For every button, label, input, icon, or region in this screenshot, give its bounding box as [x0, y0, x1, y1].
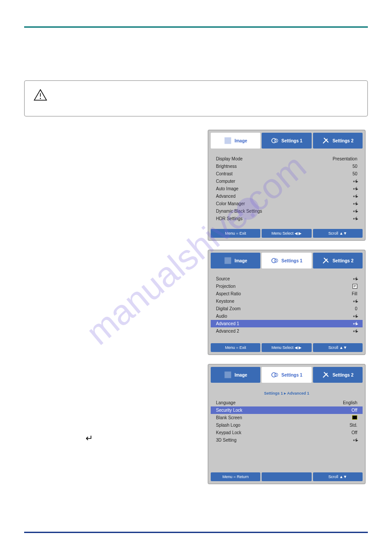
menu-row: Digital Zoom0	[211, 305, 363, 312]
tab-settings1[interactable]: Settings 1	[262, 367, 311, 383]
blank-screen-swatch	[352, 415, 357, 420]
footer-hint-empty	[262, 472, 311, 481]
footer-hint-exit: Menu = Exit	[211, 343, 260, 352]
tab-label: Settings 1	[281, 373, 302, 377]
tab-image[interactable]: Image	[211, 253, 260, 268]
footer-hint-exit: Menu = Exit	[211, 229, 260, 238]
menu-row: Advanced 2↵/▸	[211, 327, 363, 335]
tab-label: Image	[234, 258, 247, 263]
tab-label: Image	[234, 138, 247, 143]
svg-rect-8	[225, 372, 231, 378]
warning-box	[24, 80, 368, 116]
footer-hint-scroll: Scroll ▲▼	[313, 229, 363, 238]
osd-menu-body: Display ModePresentation Brightness50 Co…	[211, 151, 363, 227]
menu-row: Display ModePresentation	[211, 155, 363, 163]
tab-settings2[interactable]: Settings 2	[313, 253, 363, 268]
image-icon	[224, 137, 232, 145]
tab-label: Settings 1	[281, 258, 302, 263]
menu-row: 3D Setting↵/▸	[211, 436, 363, 444]
menu-row: Splash LogoStd.	[211, 421, 363, 429]
warning-icon	[33, 89, 47, 103]
osd-menu-body: Source↵/▸ ProjectionP Aspect RatioFill K…	[211, 271, 363, 341]
tab-image[interactable]: Image	[211, 133, 260, 149]
tab-settings2[interactable]: Settings 2	[313, 367, 363, 383]
tab-image[interactable]: Image	[211, 367, 260, 383]
menu-row: Brightness50	[211, 163, 363, 170]
gear-icon	[271, 257, 279, 265]
tools-icon	[322, 257, 330, 265]
osd-menu-body: Settings 1 ▸ Advanced 1 LanguageEnglish …	[211, 385, 363, 470]
menu-row: LanguageEnglish	[211, 399, 363, 406]
menu-row: Computer↵/▸	[211, 178, 363, 185]
tab-settings1[interactable]: Settings 1	[262, 133, 311, 149]
svg-rect-2	[225, 138, 231, 144]
footer-hint-return: Menu = Return	[211, 472, 260, 481]
menu-row: Keypad LockOff	[211, 429, 363, 436]
tab-label: Image	[234, 373, 247, 377]
menu-row: Auto Image↵/▸	[211, 185, 363, 192]
osd-screenshot-1: Image Settings 1 Settings 2 Display Mode…	[208, 130, 366, 241]
menu-row: Blank Screen	[211, 414, 363, 421]
menu-row: Contrast50	[211, 170, 363, 178]
tools-icon	[322, 371, 330, 379]
tab-label: Settings 2	[332, 138, 353, 143]
tab-settings1[interactable]: Settings 1	[262, 253, 311, 268]
menu-row: Aspect RatioFill	[211, 290, 363, 297]
image-icon	[224, 371, 232, 379]
svg-point-1	[40, 98, 41, 99]
menu-row: HDR Settings↵/▸	[211, 215, 363, 222]
footer-rule	[24, 532, 368, 533]
tab-label: Settings 2	[332, 258, 353, 263]
menu-row: Source↵/▸	[211, 275, 363, 283]
gear-icon	[271, 137, 279, 145]
header-rule	[24, 26, 368, 28]
footer-hint-scroll: Scroll ▲▼	[313, 343, 363, 352]
menu-row: Color Manager↵/▸	[211, 200, 363, 207]
menu-row: Audio↵/▸	[211, 312, 363, 320]
tools-icon	[322, 137, 330, 145]
enter-arrow-icon: ↵	[86, 433, 93, 443]
menu-row-selected: Security LockOff	[211, 406, 363, 414]
menu-row: Dynamic Black Settings↵/▸	[211, 207, 363, 215]
footer-hint-scroll: Scroll ▲▼	[313, 472, 363, 481]
osd-screenshot-2: Image Settings 1 Settings 2 Source↵/▸ Pr…	[208, 250, 366, 355]
svg-rect-5	[225, 258, 231, 264]
tab-label: Settings 1	[281, 138, 302, 143]
tab-settings2[interactable]: Settings 2	[313, 133, 363, 149]
menu-row-selected: Advanced 1↵/▸	[211, 320, 363, 327]
footer-hint-select: Menu Select ◀ ▶	[262, 343, 311, 352]
tab-label: Settings 2	[332, 373, 353, 377]
osd-screenshot-3: Image Settings 1 Settings 2 Settings 1 ▸…	[208, 364, 366, 484]
menu-row: Advanced↵/▸	[211, 192, 363, 200]
menu-row: Keystone↵/▸	[211, 297, 363, 305]
gear-icon	[271, 371, 279, 379]
image-icon	[224, 257, 232, 265]
breadcrumb: Settings 1 ▸ Advanced 1	[211, 389, 363, 399]
menu-row: ProjectionP	[211, 283, 363, 290]
footer-hint-select: Menu Select ◀ ▶	[262, 229, 311, 238]
